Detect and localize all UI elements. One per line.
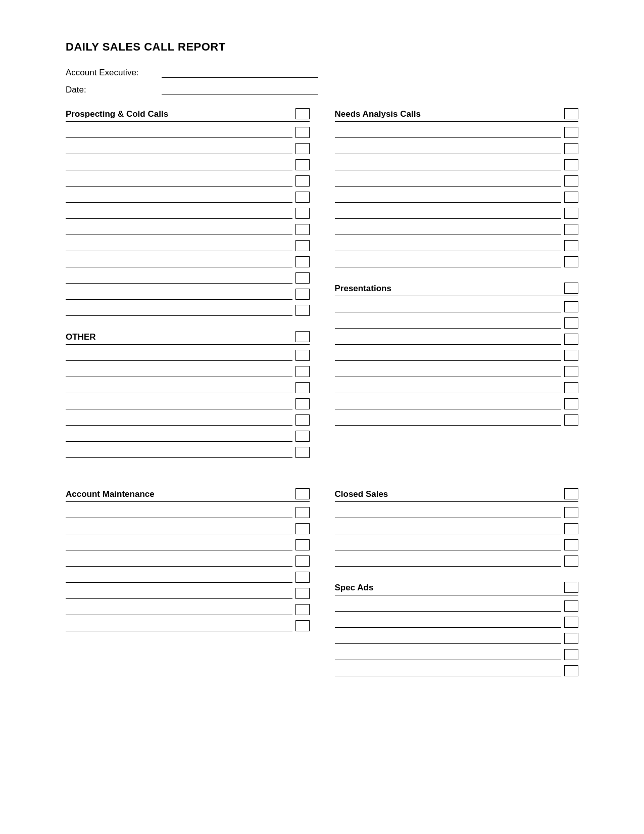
table-row [335, 382, 579, 393]
needs-analysis-title-box[interactable] [564, 108, 578, 119]
table-row [66, 398, 310, 409]
table-row [66, 159, 310, 170]
row-checkbox[interactable] [564, 334, 578, 345]
row-checkbox[interactable] [295, 414, 310, 426]
spec-ads-title: Spec Ads [335, 583, 562, 593]
table-row [335, 127, 579, 138]
closed-sales-title-box[interactable] [564, 488, 578, 499]
other-title: OTHER [66, 332, 292, 342]
row-checkbox[interactable] [295, 572, 310, 583]
row-checkbox[interactable] [295, 620, 310, 631]
table-row [66, 127, 310, 138]
row-checkbox[interactable] [295, 305, 310, 316]
row-checkbox[interactable] [564, 127, 578, 138]
row-checkbox[interactable] [564, 507, 578, 518]
row-checkbox[interactable] [295, 256, 310, 267]
row-checkbox[interactable] [295, 604, 310, 615]
table-row [335, 240, 579, 251]
row-checkbox[interactable] [295, 523, 310, 534]
row-checkbox[interactable] [564, 617, 578, 628]
table-row [66, 507, 310, 518]
date-line[interactable] [162, 85, 318, 95]
table-row [335, 208, 579, 219]
row-checkbox[interactable] [295, 175, 310, 187]
row-checkbox[interactable] [295, 447, 310, 458]
row-checkbox[interactable] [295, 289, 310, 300]
table-row [335, 317, 579, 329]
table-row [335, 143, 579, 154]
row-checkbox[interactable] [564, 317, 578, 329]
row-checkbox[interactable] [295, 224, 310, 235]
row-checkbox[interactable] [564, 382, 578, 393]
account-executive-field: Account Executive: [66, 68, 578, 78]
row-checkbox[interactable] [295, 272, 310, 284]
row-checkbox[interactable] [295, 350, 310, 361]
row-checkbox[interactable] [564, 414, 578, 426]
row-checkbox[interactable] [295, 208, 310, 219]
row-checkbox[interactable] [295, 539, 310, 550]
row-checkbox[interactable] [295, 143, 310, 154]
row-checkbox[interactable] [564, 240, 578, 251]
row-checkbox[interactable] [295, 127, 310, 138]
table-row [66, 382, 310, 393]
row-checkbox[interactable] [564, 159, 578, 170]
row-checkbox[interactable] [295, 240, 310, 251]
other-section: OTHER [66, 331, 310, 458]
row-checkbox[interactable] [564, 224, 578, 235]
table-row [335, 398, 579, 409]
account-executive-label: Account Executive: [66, 68, 162, 78]
table-row [335, 366, 579, 377]
row-checkbox[interactable] [564, 192, 578, 203]
row-checkbox[interactable] [295, 159, 310, 170]
row-checkbox[interactable] [564, 208, 578, 219]
row-checkbox[interactable] [564, 523, 578, 534]
row-checkbox[interactable] [295, 555, 310, 567]
row-checkbox[interactable] [295, 431, 310, 442]
other-title-box[interactable] [295, 331, 310, 342]
account-maintenance-title-box[interactable] [295, 488, 310, 499]
presentations-title-box[interactable] [564, 283, 578, 294]
row-checkbox[interactable] [564, 600, 578, 612]
table-row [66, 305, 310, 316]
prospecting-title-box[interactable] [295, 108, 310, 119]
table-row [66, 192, 310, 203]
table-row [335, 256, 579, 267]
table-row [66, 523, 310, 534]
table-row [66, 272, 310, 284]
row-checkbox[interactable] [295, 398, 310, 409]
closed-sales-title: Closed Sales [335, 489, 562, 499]
row-checkbox[interactable] [295, 192, 310, 203]
row-checkbox[interactable] [564, 143, 578, 154]
row-checkbox[interactable] [564, 633, 578, 644]
table-row [335, 414, 579, 426]
row-checkbox[interactable] [564, 665, 578, 676]
row-checkbox[interactable] [564, 366, 578, 377]
row-checkbox[interactable] [564, 256, 578, 267]
row-checkbox[interactable] [295, 588, 310, 599]
table-row [66, 447, 310, 458]
table-row [335, 539, 579, 550]
table-row [66, 143, 310, 154]
table-row [66, 289, 310, 300]
row-checkbox[interactable] [564, 539, 578, 550]
closed-sales-section: Closed Sales [335, 488, 579, 567]
row-checkbox[interactable] [295, 382, 310, 393]
table-row [335, 633, 579, 644]
row-checkbox[interactable] [564, 350, 578, 361]
row-checkbox[interactable] [295, 507, 310, 518]
table-row [66, 572, 310, 583]
spec-ads-title-box[interactable] [564, 582, 578, 593]
date-field: Date: [66, 85, 578, 95]
table-row [66, 208, 310, 219]
row-checkbox[interactable] [564, 175, 578, 187]
needs-analysis-title: Needs Analysis Calls [335, 109, 562, 119]
table-row [66, 256, 310, 267]
row-checkbox[interactable] [295, 366, 310, 377]
row-checkbox[interactable] [564, 398, 578, 409]
spec-ads-section: Spec Ads [335, 582, 579, 676]
row-checkbox[interactable] [564, 649, 578, 660]
table-row [335, 350, 579, 361]
row-checkbox[interactable] [564, 301, 578, 312]
account-executive-line[interactable] [162, 68, 318, 78]
row-checkbox[interactable] [564, 555, 578, 567]
